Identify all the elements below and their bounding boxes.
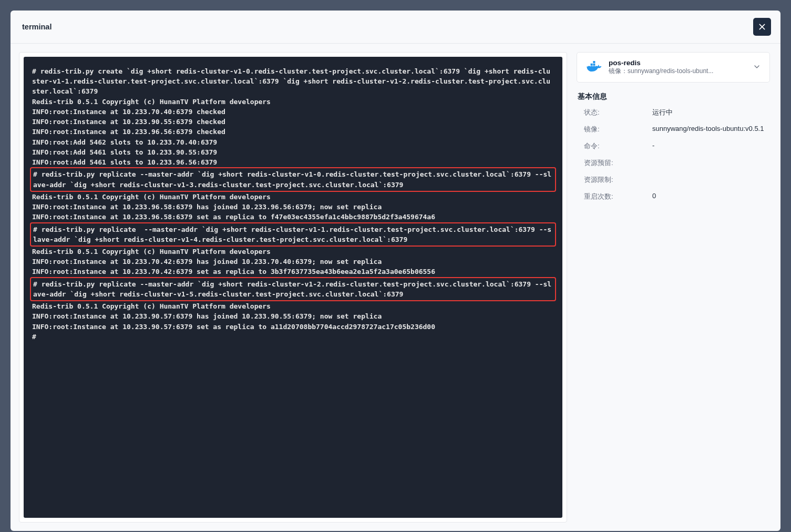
modal-title: terminal <box>22 23 52 31</box>
terminal-pane: # redis-trib.py create `dig +short redis… <box>19 52 567 523</box>
container-image-short: 镜像：sunnywang/redis-tools-ubunt... <box>609 67 746 76</box>
info-label: 命令: <box>584 141 652 151</box>
terminal-text: Redis-trib 0.5.1 Copyright (c) HunanTV P… <box>32 248 435 275</box>
docker-icon <box>585 60 602 75</box>
info-row-restart-count: 重启次数: 0 <box>577 192 770 201</box>
close-icon <box>758 23 766 31</box>
terminal-text: # redis-trib.py create `dig +short redis… <box>32 67 550 166</box>
info-label: 资源预留: <box>584 158 652 168</box>
info-label: 状态: <box>584 108 652 117</box>
section-title-basic-info: 基本信息 <box>577 92 770 101</box>
svg-rect-6 <box>591 64 593 66</box>
terminal-text: Redis-trib 0.5.1 Copyright (c) HunanTV P… <box>32 302 435 341</box>
container-card-text: pos-redis 镜像：sunnywang/redis-tools-ubunt… <box>609 59 746 76</box>
info-row-status: 状态: 运行中 <box>577 108 770 117</box>
modal-header: terminal <box>11 11 780 44</box>
info-value: - <box>652 141 770 151</box>
info-row-resource-request: 资源预留: <box>577 158 770 168</box>
container-name: pos-redis <box>609 59 746 67</box>
info-label: 重启次数: <box>584 192 652 201</box>
info-row-resource-limit: 资源限制: <box>577 175 770 185</box>
svg-rect-7 <box>593 64 595 66</box>
info-row-image: 镜像: sunnywang/redis-tools-ubuntu:v0.5.1 <box>577 125 770 134</box>
terminal-modal: terminal # redis-trib.py create `dig +sh… <box>11 11 780 531</box>
terminal-output[interactable]: # redis-trib.py create `dig +short redis… <box>24 57 562 518</box>
svg-rect-8 <box>593 61 595 63</box>
terminal-highlight: # redis-trib.py replicate --master-addr … <box>30 277 556 301</box>
modal-body: # redis-trib.py create `dig +short redis… <box>11 44 780 531</box>
info-label: 资源限制: <box>584 175 652 185</box>
close-button[interactable] <box>753 18 771 36</box>
info-value <box>652 158 770 168</box>
terminal-text: Redis-trib 0.5.1 Copyright (c) HunanTV P… <box>32 193 435 221</box>
info-value: 0 <box>652 192 770 201</box>
container-card[interactable]: pos-redis 镜像：sunnywang/redis-tools-ubunt… <box>577 52 770 83</box>
terminal-highlight: # redis-trib.py replicate --master-addr … <box>30 167 556 191</box>
info-row-command: 命令: - <box>577 141 770 151</box>
info-value <box>652 175 770 185</box>
sidebar: pos-redis 镜像：sunnywang/redis-tools-ubunt… <box>577 52 772 523</box>
info-value: 运行中 <box>652 108 770 117</box>
chevron-down-icon <box>753 63 761 73</box>
terminal-highlight: # redis-trib.py replicate --master-addr … <box>30 222 556 247</box>
info-label: 镜像: <box>584 125 652 134</box>
info-value: sunnywang/redis-tools-ubuntu:v0.5.1 <box>652 125 770 134</box>
